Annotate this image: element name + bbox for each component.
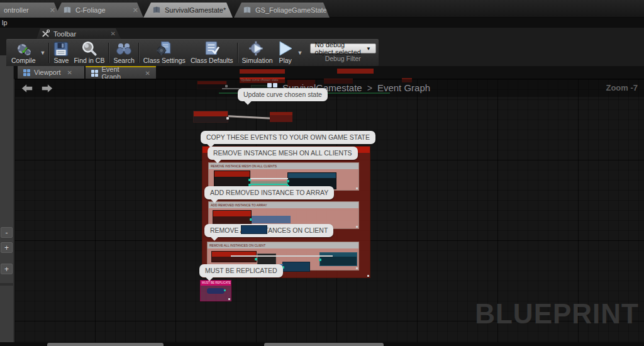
resize-handle[interactable] xyxy=(356,226,358,228)
event-node[interactable] xyxy=(193,111,228,123)
breadcrumb-separator: > xyxy=(367,83,372,93)
toolbar-separator xyxy=(237,43,238,63)
simulation-label: Simulation xyxy=(242,57,273,64)
bottom-tab[interactable] xyxy=(47,343,164,346)
comment-title: MUST BE REPLICATED xyxy=(201,281,231,286)
class-settings-label: Class Settings xyxy=(143,57,186,64)
tab-viewport-label: Viewport xyxy=(34,69,61,76)
wrench-icon xyxy=(42,30,50,38)
rail-divider xyxy=(0,283,14,286)
toolbar-separator xyxy=(48,43,50,63)
resize-handle[interactable] xyxy=(356,267,358,269)
tab-survivalgamestate[interactable]: SurvivalGamestate* ✕ xyxy=(143,3,233,18)
search-button[interactable]: Search xyxy=(111,40,136,66)
gear-document-icon xyxy=(156,40,172,57)
debug-filter-group: No debug object selected ▼ Debug Filter xyxy=(310,40,376,66)
event-node-red[interactable] xyxy=(211,251,257,262)
tab-label: SurvivalGamestate* xyxy=(165,6,226,14)
bottom-panel-edge xyxy=(0,342,644,346)
tab-controller[interactable]: ontroller ✕ xyxy=(0,3,60,18)
exec-wire xyxy=(250,178,288,179)
toolbar-separator xyxy=(108,43,109,63)
node-fragment[interactable] xyxy=(240,69,285,74)
minus-icon: - xyxy=(6,229,8,237)
bubble-remove-mesh[interactable]: REMOVE INSTANCE MESH ON ALL CLIENTS xyxy=(208,147,358,160)
resize-handle[interactable] xyxy=(367,275,369,277)
close-icon[interactable]: ✕ xyxy=(111,30,116,37)
rail-expander-button[interactable]: - xyxy=(1,227,13,238)
toolbar-surface: ✓ Compile ▼ Save xyxy=(6,39,379,66)
menu-remnant-text[interactable]: lp xyxy=(2,19,8,26)
toolbar-separator xyxy=(138,43,140,63)
exec-wire xyxy=(228,115,271,120)
gear-play-icon xyxy=(248,40,266,57)
event-graph-canvas[interactable]: BLUEPRINT Update curve chosen state xyxy=(14,79,644,342)
magnifier-icon xyxy=(81,40,97,57)
rail-add-button[interactable]: + xyxy=(1,242,13,253)
node-fragment[interactable] xyxy=(337,69,374,74)
blueprint-editor-window: ontroller ✕ C-Foliage ✕ SurvivalGamestat… xyxy=(0,0,644,346)
close-icon[interactable]: ✕ xyxy=(327,7,339,14)
data-wire-teal xyxy=(250,184,288,185)
comment-title: REMOVE INSTANCE MESH ON ALL CLIENTS xyxy=(209,163,358,169)
toolbar-tab-label: Toolbar xyxy=(53,30,76,38)
resize-handle[interactable] xyxy=(228,298,230,300)
close-icon[interactable]: ✕ xyxy=(67,69,72,76)
node-fragment[interactable] xyxy=(270,112,292,122)
play-button[interactable]: Play xyxy=(275,40,296,66)
grid-icon xyxy=(91,70,98,77)
function-node-blue-overlap[interactable] xyxy=(241,225,267,234)
comment-must-be-replicated[interactable]: MUST BE REPLICATED xyxy=(200,280,231,301)
compile-button[interactable]: ✓ Compile xyxy=(9,40,38,66)
bubble-copy-events[interactable]: COPY THESE EVENTS TO YOUR OWN GAME STATE xyxy=(201,131,375,144)
document-tab-row: Viewport ✕ Event Graph ✕ xyxy=(0,66,644,79)
chevron-down-icon[interactable]: ▼ xyxy=(296,50,305,56)
tab-label: GS_FoliageGameState xyxy=(255,6,327,14)
back-arrow-icon[interactable] xyxy=(21,84,33,93)
tab-event-graph[interactable]: Event Graph ✕ xyxy=(86,66,156,79)
forward-arrow-icon[interactable] xyxy=(41,84,53,93)
debug-filter-label: Debug Filter xyxy=(325,55,361,62)
save-button[interactable]: Save xyxy=(51,40,71,66)
tab-label: ontroller xyxy=(4,6,29,14)
tab-label: C-Foliage xyxy=(75,6,106,14)
chevron-down-icon: ▼ xyxy=(366,46,371,52)
tab-c-foliage[interactable]: C-Foliage ✕ xyxy=(54,3,143,18)
function-node-teal[interactable] xyxy=(319,252,357,266)
asset-tab-bar: ontroller ✕ C-Foliage ✕ SurvivalGamestat… xyxy=(0,0,644,18)
bubble-update-curve[interactable]: Update curve chosen state xyxy=(238,88,328,101)
simulation-button[interactable]: Simulation xyxy=(240,40,275,66)
class-settings-button[interactable]: Class Settings xyxy=(141,40,188,66)
plus-icon: + xyxy=(4,244,9,252)
function-node-blue[interactable] xyxy=(282,262,310,272)
tab-gs-foliagegamestate[interactable]: GS_FoliageGameState ✕ xyxy=(234,3,330,18)
close-icon[interactable]: ✕ xyxy=(126,7,138,14)
toolbar-tab[interactable]: Toolbar ✕ xyxy=(36,28,121,39)
exec-wire xyxy=(231,255,333,257)
class-defaults-label: Class Defaults xyxy=(191,57,233,64)
find-in-cb-button[interactable]: Find in CB xyxy=(71,40,107,66)
breadcrumb-current[interactable]: Event Graph xyxy=(377,82,430,93)
clipboard-check-icon xyxy=(204,40,220,57)
search-label: Search xyxy=(113,57,134,64)
play-label: Play xyxy=(279,57,291,64)
tab-viewport[interactable]: Viewport ✕ xyxy=(18,66,84,79)
resize-handle[interactable] xyxy=(356,187,358,189)
bubble-add-removed[interactable]: ADD REMOVED INSTANCE TO ARRAY xyxy=(204,186,334,199)
close-icon[interactable]: ✕ xyxy=(145,70,150,77)
menu-remnant: lp xyxy=(0,18,644,28)
save-label: Save xyxy=(53,57,69,64)
rail-add-button[interactable]: + xyxy=(1,264,13,274)
close-icon[interactable]: ✕ xyxy=(43,7,55,14)
chevron-down-icon[interactable]: ▼ xyxy=(38,50,48,56)
class-defaults-button[interactable]: Class Defaults xyxy=(188,40,236,66)
bottom-tab[interactable] xyxy=(264,343,384,346)
variable-node-blue[interactable] xyxy=(207,288,225,294)
debug-filter-dropdown[interactable]: No debug object selected ▼ xyxy=(310,43,376,53)
book-icon xyxy=(63,6,72,14)
close-icon[interactable]: ✕ xyxy=(226,7,238,14)
bubble-remove-instances[interactable]: REMOVE ALL INSTANCES ON CLIENT xyxy=(204,224,333,237)
bubble-must-be-replicated[interactable]: MUST BE REPLICATED xyxy=(199,264,283,277)
binoculars-icon xyxy=(116,41,132,57)
grid-icon xyxy=(23,69,30,76)
